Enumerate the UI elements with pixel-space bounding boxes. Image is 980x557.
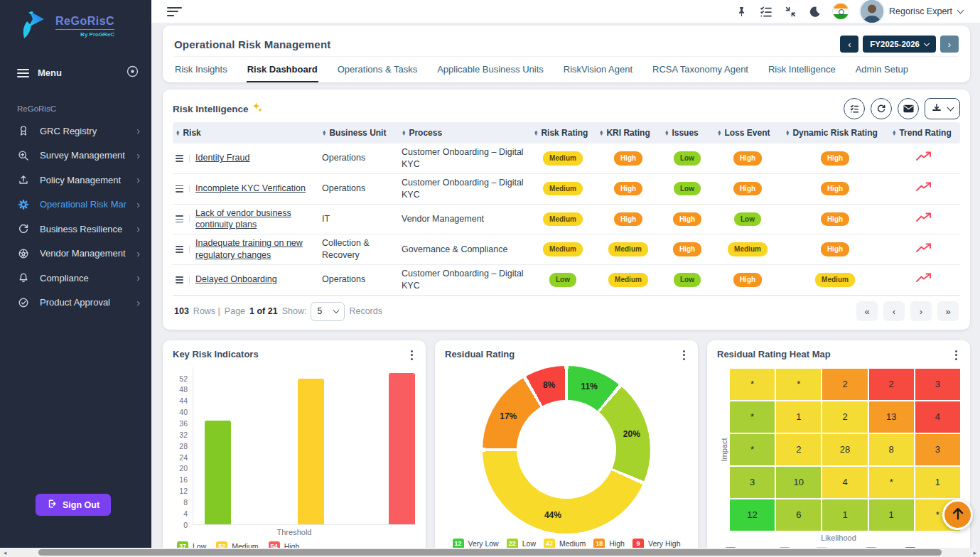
list-settings-button[interactable]: [844, 98, 865, 119]
heatmap-cell[interactable]: 28: [822, 434, 867, 465]
sort-icon[interactable]: ▲▼: [176, 130, 180, 136]
refresh-button[interactable]: [871, 98, 892, 119]
sort-icon[interactable]: ▲▼: [892, 130, 896, 136]
row-menu-icon[interactable]: [176, 246, 190, 253]
scroll-to-top-button[interactable]: [942, 499, 973, 530]
fiscal-year-prev-button[interactable]: ‹: [840, 36, 858, 53]
heatmap-cell[interactable]: 3: [915, 369, 960, 400]
heatmap-cell[interactable]: *: [730, 434, 775, 465]
tab-rcsa-taxonomy-agent[interactable]: RCSA Taxonomy Agent: [652, 60, 749, 82]
tab-riskvision-agent[interactable]: RiskVision Agent: [563, 60, 633, 82]
risk-link[interactable]: Incomplete KYC Verification: [195, 183, 306, 195]
horizontal-scrollbar[interactable]: ◂ ▸: [0, 548, 980, 557]
last-page-button[interactable]: »: [937, 301, 959, 321]
heatmap-cell[interactable]: 3: [730, 467, 775, 498]
heatmap-cell[interactable]: *: [730, 401, 775, 433]
tab-admin-setup[interactable]: Admin Setup: [855, 60, 909, 82]
heatmap-cell[interactable]: 6: [776, 499, 821, 531]
sort-icon[interactable]: ▲▼: [599, 130, 603, 136]
kebab-menu-icon[interactable]: [952, 349, 960, 362]
bar-medium[interactable]: [298, 379, 324, 524]
next-page-button[interactable]: ›: [910, 301, 932, 321]
column-header[interactable]: ▲▼KRI Rating: [596, 128, 662, 138]
heatmap-cell[interactable]: 12: [730, 499, 775, 531]
heatmap-cell[interactable]: 4: [822, 467, 867, 498]
sidebar-item-operational-risk-management[interactable]: Operational Risk Manage... ›: [0, 193, 151, 217]
sidebar-item-vendor-management[interactable]: Vendor Management ›: [0, 242, 151, 266]
target-icon[interactable]: [126, 65, 139, 80]
sidebar-item-product-approval[interactable]: Product Approval ›: [0, 291, 151, 315]
heatmap-cell[interactable]: 4: [915, 401, 960, 433]
sort-icon[interactable]: ▲▼: [402, 130, 406, 136]
heatmap-cell[interactable]: 1: [869, 499, 914, 531]
row-menu-icon[interactable]: [176, 276, 190, 283]
tab-applicable-business-units[interactable]: Applicable Business Units: [436, 60, 544, 82]
download-button[interactable]: [925, 98, 960, 119]
sort-icon[interactable]: ▲▼: [534, 130, 538, 136]
column-header[interactable]: ▲▼Risk: [173, 128, 319, 138]
heatmap-cell[interactable]: 1: [822, 499, 867, 531]
sort-icon[interactable]: ▲▼: [322, 130, 326, 136]
column-header[interactable]: ▲▼Business Unit: [319, 128, 399, 138]
fiscal-year-selector[interactable]: FY2025-2026: [863, 36, 936, 53]
heatmap-cell[interactable]: 3: [915, 434, 960, 465]
heatmap-cell[interactable]: 2: [869, 369, 914, 400]
sidebar-item-grc-registry[interactable]: GRC Registry ›: [0, 119, 151, 144]
scroll-right-arrow[interactable]: ▸: [970, 549, 980, 556]
column-header[interactable]: ▲▼Issues: [662, 128, 714, 138]
pin-icon[interactable]: [736, 6, 748, 18]
user-menu[interactable]: Regorisc Expert: [861, 0, 963, 23]
tab-risk-intelligence[interactable]: Risk Intelligence: [768, 60, 836, 82]
column-header[interactable]: ▲▼Dynamic Risk Rating: [782, 128, 889, 138]
collapse-icon[interactable]: [785, 6, 797, 18]
heatmap-cell[interactable]: 8: [869, 434, 914, 465]
row-menu-icon[interactable]: [176, 215, 190, 222]
kebab-menu-icon[interactable]: [680, 349, 688, 362]
sign-out-button[interactable]: Sign Out: [36, 494, 111, 516]
row-menu-icon[interactable]: [176, 185, 190, 193]
heatmap-cell[interactable]: *: [869, 467, 914, 498]
tab-risk-insights[interactable]: Risk Insights: [174, 60, 228, 82]
kebab-menu-icon[interactable]: [408, 349, 416, 362]
page-size-select[interactable]: 5: [311, 302, 345, 321]
heatmap-cell[interactable]: *: [776, 369, 821, 400]
india-flag-icon[interactable]: [833, 4, 849, 19]
bar-low[interactable]: [205, 421, 231, 524]
sidebar-item-policy-management[interactable]: Policy Management ›: [0, 168, 151, 193]
sidebar-item-compliance[interactable]: Compliance ›: [0, 266, 151, 291]
heatmap-cell[interactable]: 13: [869, 401, 914, 433]
first-page-button[interactable]: «: [856, 301, 878, 321]
heatmap-cell[interactable]: 1: [915, 467, 960, 498]
scrollbar-thumb[interactable]: [38, 549, 942, 556]
column-header[interactable]: ▲▼Process: [399, 128, 531, 138]
sort-icon[interactable]: ▲▼: [717, 130, 721, 136]
heatmap-cell[interactable]: 2: [822, 401, 867, 433]
prev-page-button[interactable]: ‹: [883, 301, 905, 321]
heatmap-cell[interactable]: 2: [822, 369, 867, 400]
sort-icon[interactable]: ▲▼: [785, 130, 790, 136]
sidebar-hamburger-icon[interactable]: [17, 69, 29, 77]
heatmap-cell[interactable]: 1: [776, 401, 821, 433]
column-header[interactable]: ▲▼Loss Event: [714, 128, 782, 138]
bar-high[interactable]: [389, 373, 415, 524]
heatmap-cell[interactable]: 2: [776, 434, 821, 465]
scroll-left-arrow[interactable]: ◂: [0, 549, 10, 556]
moon-icon[interactable]: [809, 6, 821, 18]
heatmap-cell[interactable]: 10: [776, 467, 821, 498]
column-header[interactable]: ▲▼Trend Rating: [889, 128, 960, 138]
row-menu-icon[interactable]: [176, 155, 190, 162]
risk-link[interactable]: Inadequate training on new regulatory ch…: [195, 237, 315, 261]
risk-link[interactable]: Identity Fraud: [195, 152, 249, 164]
risk-link[interactable]: Lack of vendor business continuity plans: [195, 207, 315, 232]
column-header[interactable]: ▲▼Risk Rating: [531, 128, 596, 138]
sort-icon[interactable]: ▲▼: [664, 130, 669, 136]
tab-operations-tasks[interactable]: Operations & Tasks: [337, 60, 418, 82]
sidebar-item-survey-management[interactable]: Survey Management ›: [0, 144, 151, 168]
sidebar-item-business-resilience[interactable]: Business Resilience ›: [0, 217, 151, 242]
heatmap-cell[interactable]: *: [730, 369, 775, 400]
app-logo[interactable]: ReGoRisC By ProGReC: [0, 0, 151, 50]
tab-risk-dashboard[interactable]: Risk Dashboard: [247, 60, 318, 82]
mail-button[interactable]: [898, 98, 919, 119]
checklist-icon[interactable]: [760, 6, 772, 18]
risk-link[interactable]: Delayed Onboarding: [195, 274, 277, 286]
